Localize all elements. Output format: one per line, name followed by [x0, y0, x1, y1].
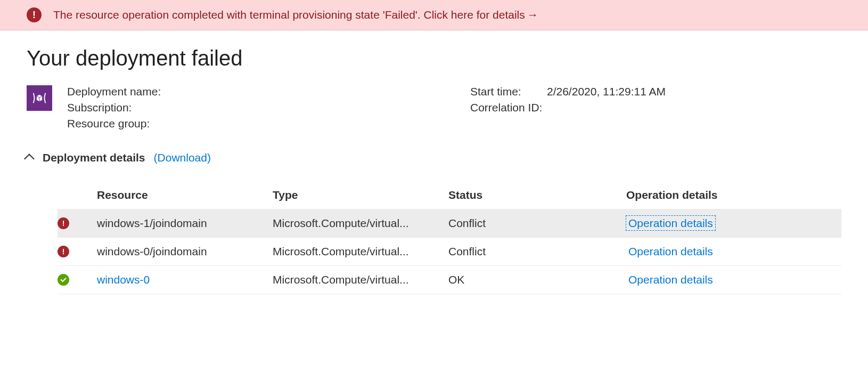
- col-resource: Resource: [97, 189, 273, 201]
- deployment-overview: Deployment name: Subscription: Resource …: [27, 85, 841, 133]
- content: Your deployment failed Deployment name: …: [0, 30, 868, 294]
- deployment-details-title: Deployment details: [43, 151, 145, 164]
- resource-status: OK: [448, 273, 626, 286]
- resource-status: Conflict: [448, 245, 626, 258]
- subscription-label: Subscription:: [67, 101, 158, 114]
- correlation-id-label: Correlation ID:: [470, 101, 542, 114]
- table-row[interactable]: !windows-1/joindomainMicrosoft.Compute/v…: [58, 209, 841, 238]
- arrow-right-icon: →: [527, 9, 538, 21]
- error-icon: !: [27, 7, 42, 22]
- resource-link[interactable]: windows-0: [97, 273, 150, 286]
- chevron-up-icon: [24, 153, 35, 164]
- operation-details-link[interactable]: Operation details: [626, 244, 715, 258]
- resource-name: windows-1/joindomain: [97, 217, 273, 230]
- resource-group-label: Resource group:: [67, 117, 158, 130]
- start-time-value: 2/26/2020, 11:29:11 AM: [547, 85, 666, 98]
- success-icon: [58, 274, 69, 286]
- resource-type: Microsoft.Compute/virtual...: [273, 217, 448, 230]
- page-title: Your deployment failed: [27, 46, 841, 70]
- error-banner[interactable]: ! The resource operation completed with …: [0, 0, 868, 30]
- operation-details-link[interactable]: Operation details: [626, 272, 715, 287]
- deployment-details-table: Resource Type Status Operation details !…: [27, 181, 841, 294]
- resource-type: Microsoft.Compute/virtual...: [273, 245, 448, 258]
- error-icon: !: [58, 217, 69, 229]
- resource-name: windows-0/joindomain: [97, 245, 273, 258]
- col-operation-details: Operation details: [626, 189, 841, 201]
- operation-details-link[interactable]: Operation details: [626, 216, 715, 230]
- deployment-name-label: Deployment name:: [67, 85, 161, 98]
- deployment-icon: [27, 85, 52, 111]
- error-icon: !: [58, 246, 69, 257]
- start-time-label: Start time:: [470, 85, 539, 98]
- error-banner-text: The resource operation completed with te…: [53, 9, 538, 21]
- resource-status: Conflict: [448, 217, 626, 230]
- table-header-row: Resource Type Status Operation details: [58, 181, 841, 209]
- table-row[interactable]: !windows-0/joindomainMicrosoft.Compute/v…: [58, 238, 841, 266]
- col-status: Status: [448, 189, 626, 201]
- resource-type: Microsoft.Compute/virtual...: [273, 273, 448, 286]
- deployment-details-header[interactable]: Deployment details (Download): [27, 151, 841, 164]
- download-link[interactable]: (Download): [154, 151, 211, 164]
- col-type: Type: [273, 189, 448, 201]
- table-row[interactable]: windows-0Microsoft.Compute/virtual...OKO…: [58, 266, 841, 294]
